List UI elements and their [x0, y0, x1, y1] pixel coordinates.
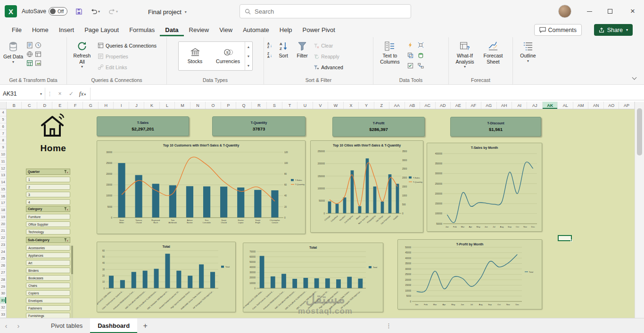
sort-az-button[interactable]: AZ↓ — [266, 41, 273, 49]
clear-filter-icon[interactable] — [64, 238, 68, 242]
ribbon-tab-power-pivot[interactable]: Power Pivot — [297, 24, 340, 36]
row-header-7[interactable]: 7 — [0, 130, 6, 137]
sheet-tab-dashboard[interactable]: Dashboard — [90, 318, 137, 333]
ribbon-tab-review[interactable]: Review — [184, 24, 215, 36]
column-header-M[interactable]: M — [175, 102, 190, 109]
from-table-range-icon[interactable] — [25, 58, 34, 67]
column-header-AI[interactable]: AI — [512, 102, 527, 109]
slicer-item-chairs[interactable]: Chairs — [26, 283, 70, 288]
slicer-item-furnishings[interactable]: Furnishings — [26, 313, 70, 318]
column-header-R[interactable]: R — [252, 102, 267, 109]
column-header-P[interactable]: P — [221, 102, 236, 109]
slicer-item-appliances[interactable]: Appliances — [26, 252, 70, 258]
autosave-toggle[interactable]: Off — [49, 7, 67, 16]
stocks-button[interactable]: Stocks — [179, 42, 212, 70]
remove-duplicates-icon[interactable] — [405, 51, 415, 60]
slicer-item-accessories[interactable]: Accessories — [26, 245, 70, 251]
ribbon-tab-page-layout[interactable]: Page Layout — [79, 24, 124, 36]
column-header-AB[interactable]: AB — [405, 102, 420, 109]
comments-button[interactable]: Comments — [534, 24, 582, 36]
column-header-AL[interactable]: AL — [558, 102, 573, 109]
slicer-item-office-supplier[interactable]: Office Supplier — [26, 221, 70, 227]
worksheet-canvas[interactable]: Home T-Sales $2,297,201 T-Quantity 37873… — [7, 109, 635, 318]
from-web-icon[interactable] — [25, 49, 34, 58]
slicer-item-technology[interactable]: Technology — [26, 229, 70, 235]
row-header-25[interactable]: 25 — [0, 255, 6, 262]
row-header-4[interactable]: 4 — [0, 109, 6, 116]
flash-fill-icon[interactable] — [405, 41, 415, 49]
outline-button[interactable]: Outline▾ — [519, 40, 537, 63]
text-to-columns-button[interactable]: Text to Columns — [375, 40, 405, 70]
row-header-6[interactable]: 6 — [0, 123, 6, 130]
row-header-23[interactable]: 23 — [0, 242, 6, 249]
search-bar[interactable] — [239, 4, 411, 18]
maximize-button[interactable] — [600, 0, 620, 23]
what-if-analysis-button[interactable]: ? What-If Analysis▾ — [451, 40, 479, 69]
row-header-19[interactable]: 19 — [0, 213, 6, 220]
relationships-icon[interactable] — [416, 61, 425, 70]
slicer-scrollbar[interactable] — [71, 245, 73, 318]
filter-button[interactable]: Filter — [293, 40, 311, 72]
clear-filter-button[interactable]: Clear — [312, 41, 345, 50]
name-box[interactable]: AK31▾ — [0, 88, 45, 100]
row-header-17[interactable]: 17 — [0, 200, 6, 207]
column-header-Y[interactable]: Y — [359, 102, 374, 109]
row-header-8[interactable]: 8 — [0, 137, 6, 144]
ribbon-tab-home[interactable]: Home — [27, 24, 54, 36]
document-title-dropdown[interactable]: Final project▾ — [145, 7, 190, 17]
column-header-B[interactable]: B — [7, 102, 22, 109]
chart-tprofit-by-month[interactable]: 0500010000150002000025000300003500040000… — [397, 239, 542, 309]
row-header-11[interactable]: 11 — [0, 158, 6, 165]
column-header-X[interactable]: X — [344, 102, 359, 109]
tab-bar-options-icon[interactable]: ⋮ — [386, 322, 392, 329]
vertical-scrollbar[interactable] — [635, 102, 644, 318]
confirm-entry-button[interactable]: ✓ — [66, 90, 77, 97]
recent-sources-icon[interactable] — [33, 41, 43, 49]
column-header-S[interactable]: S — [267, 102, 282, 109]
row-header-29[interactable]: 29 — [0, 283, 6, 290]
column-header-AJ[interactable]: AJ — [527, 102, 542, 109]
ribbon-tab-file[interactable]: File — [7, 24, 27, 36]
ribbon-tab-insert[interactable]: Insert — [54, 24, 80, 36]
column-header-AP[interactable]: AP — [619, 102, 634, 109]
column-header-AD[interactable]: AD — [436, 102, 451, 109]
from-text-csv-icon[interactable] — [25, 41, 34, 49]
column-header-D[interactable]: D — [37, 102, 52, 109]
column-header-AM[interactable]: AM — [573, 102, 588, 109]
chart-top10-cities[interactable]: 0500001000001500002000002500000500100015… — [310, 140, 423, 233]
row-header-10[interactable]: 10 — [0, 151, 6, 158]
chart-top10-customers[interactable]: 0500010000150002000025000300000204060801… — [97, 140, 305, 234]
row-header-12[interactable]: 12 — [0, 165, 6, 172]
advanced-filter-button[interactable]: Advanced — [312, 62, 345, 72]
row-header-16[interactable]: 16 — [0, 193, 6, 200]
column-header-L[interactable]: L — [160, 102, 175, 109]
column-header-E[interactable]: E — [52, 102, 67, 109]
row-header-18[interactable]: 18 — [0, 207, 6, 214]
consolidate-icon[interactable] — [416, 41, 425, 49]
row-header-20[interactable]: 20 — [0, 220, 6, 227]
sort-za-button[interactable]: ZA↓ — [266, 51, 273, 59]
row-header-5[interactable]: 5 — [0, 116, 6, 123]
slicer-item-4[interactable]: 4 — [26, 199, 70, 205]
ribbon-tab-formulas[interactable]: Formulas — [124, 24, 160, 36]
data-model-icon[interactable] — [416, 51, 425, 60]
sort-button[interactable]: AZ Sort — [274, 40, 292, 72]
column-header-U[interactable]: U — [297, 102, 313, 109]
add-sheet-button[interactable]: + — [137, 322, 153, 330]
column-header-Z[interactable]: Z — [374, 102, 389, 109]
clear-filter-icon[interactable] — [64, 170, 68, 174]
save-button[interactable] — [73, 6, 85, 17]
column-header-G[interactable]: G — [83, 102, 98, 109]
sheet-nav-left-icon[interactable]: ‹ — [0, 322, 12, 330]
row-header-27[interactable]: 27 — [0, 269, 6, 276]
column-header-AO[interactable]: AO — [604, 102, 619, 109]
clear-filter-icon[interactable] — [64, 207, 68, 211]
column-header-AA[interactable]: AA — [389, 102, 405, 109]
sheet-nav-right-icon[interactable]: › — [12, 322, 25, 330]
slicer-item-bookcases[interactable]: Bookcases — [26, 275, 70, 281]
minimize-button[interactable] — [579, 0, 600, 23]
ribbon-tab-help[interactable]: Help — [274, 24, 297, 36]
column-header-AG[interactable]: AG — [481, 102, 496, 109]
ribbon-tab-data[interactable]: Data — [160, 24, 183, 36]
column-header-AC[interactable]: AC — [420, 102, 435, 109]
